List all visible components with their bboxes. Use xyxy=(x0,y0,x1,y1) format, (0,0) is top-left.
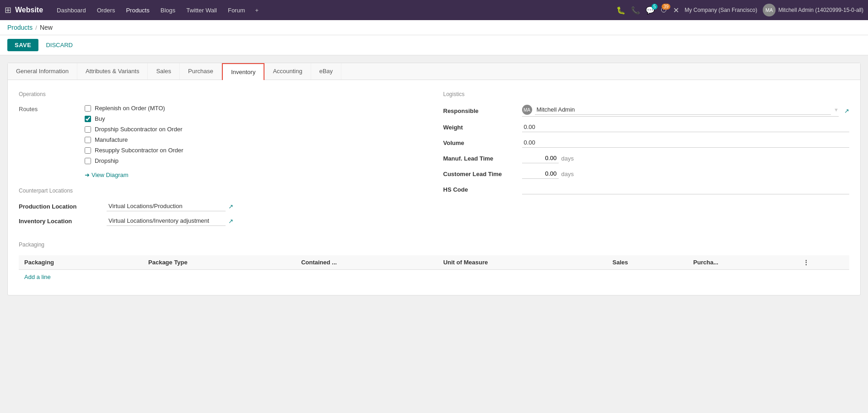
clock-badge: 39 xyxy=(662,4,670,10)
logistics-header: Logistics xyxy=(443,91,850,97)
route-dropship-sub-checkbox[interactable] xyxy=(85,126,91,133)
user-area[interactable]: MA Mitchell Admin (14020999-15-0-all) xyxy=(763,4,863,16)
routes-checks: Replenish on Order (MTO) Buy Dropship Su… xyxy=(85,105,183,178)
discard-button[interactable]: DISCARD xyxy=(42,39,76,51)
customer-lead-label: Customer Lead Time xyxy=(443,171,517,177)
inventory-location-wrap: Virtual Locations/Inventory adjustment ↗ xyxy=(107,216,425,226)
main-content: General Information Attributes & Variant… xyxy=(0,55,868,303)
customer-lead-unit: days xyxy=(561,171,574,177)
production-location-select[interactable]: Virtual Locations/Production xyxy=(107,201,226,211)
add-line-button[interactable]: Add a line xyxy=(19,270,56,284)
col-options[interactable]: ⋮ xyxy=(798,255,849,270)
inventory-location-label: Inventory Location xyxy=(19,218,101,225)
volume-input[interactable] xyxy=(522,138,850,148)
nav-twitter-wall[interactable]: Twitter Wall xyxy=(182,4,221,16)
nav-forum[interactable]: Forum xyxy=(223,4,250,16)
user-label: Mitchell Admin (14020999-15-0-all) xyxy=(778,7,863,13)
tab-ebay[interactable]: eBay xyxy=(311,63,342,80)
manuf-lead-row: Manuf. Lead Time days xyxy=(443,153,850,163)
inventory-external-link-icon[interactable]: ↗ xyxy=(228,218,233,225)
responsible-label: Responsible xyxy=(443,107,517,114)
packaging-section: Packaging Packaging Package Type Contain… xyxy=(19,241,849,284)
tab-variants[interactable]: Attributes & Variants xyxy=(77,63,148,80)
responsible-external-link-icon[interactable]: ↗ xyxy=(844,107,849,114)
tab-content-inventory: Operations Routes Replenish on Order (MT… xyxy=(8,80,860,295)
route-mto-label: Replenish on Order (MTO) xyxy=(95,105,165,112)
action-bar: SAVE DISCARD xyxy=(0,35,868,55)
nav-blogs[interactable]: Blogs xyxy=(156,4,180,16)
nav-products[interactable]: Products xyxy=(121,4,154,16)
inventory-location-row: Inventory Location Virtual Locations/Inv… xyxy=(19,216,425,226)
nav-orders[interactable]: Orders xyxy=(92,4,120,16)
breadcrumb-parent[interactable]: Products xyxy=(7,24,32,31)
weight-label: Weight xyxy=(443,124,517,131)
col-operations: Operations Routes Replenish on Order (MT… xyxy=(19,91,425,231)
nav-right: 🐛 📞 💬 5 ⏱ 39 ✕ My Company (San Francisco… xyxy=(616,4,863,16)
add-line-row: Add a line xyxy=(19,270,849,284)
manuf-lead-label: Manuf. Lead Time xyxy=(443,155,517,162)
responsible-select[interactable]: Mitchell Admin xyxy=(535,105,831,115)
breadcrumb-separator: / xyxy=(35,24,37,31)
manuf-lead-input[interactable] xyxy=(522,153,559,163)
hs-code-label: HS Code xyxy=(443,186,517,193)
route-manufacture-label: Manufacture xyxy=(95,136,128,143)
customer-lead-input[interactable] xyxy=(522,169,559,179)
hs-code-input[interactable] xyxy=(522,184,850,194)
chat-badge: 5 xyxy=(652,4,658,10)
nav-add[interactable]: + xyxy=(252,4,263,16)
clock-icon[interactable]: ⏱ 39 xyxy=(660,6,668,14)
production-external-link-icon[interactable]: ↗ xyxy=(228,203,233,210)
weight-row: Weight xyxy=(443,122,850,132)
route-resupply-label: Resupply Subcontractor on Order xyxy=(95,147,183,154)
volume-row: Volume xyxy=(443,138,850,148)
routes-label: Routes xyxy=(19,105,74,178)
breadcrumb: Products / New xyxy=(0,20,868,35)
col-package-type: Package Type xyxy=(143,255,296,270)
packaging-header: Packaging xyxy=(19,241,849,248)
col-sales: Sales xyxy=(607,255,688,270)
tab-general[interactable]: General Information xyxy=(8,63,77,80)
route-resupply-checkbox[interactable] xyxy=(85,147,91,154)
route-dropship-sub[interactable]: Dropship Subcontractor on Order xyxy=(85,126,183,133)
route-dropship[interactable]: Dropship xyxy=(85,157,183,164)
responsible-field: MA Mitchell Admin ▼ xyxy=(522,105,839,117)
volume-label: Volume xyxy=(443,139,517,146)
counterpart-header: Counterpart Locations xyxy=(19,188,425,194)
bug-icon[interactable]: 🐛 xyxy=(616,6,625,15)
route-mto-checkbox[interactable] xyxy=(85,105,91,112)
production-location-wrap: Virtual Locations/Production ↗ xyxy=(107,201,425,211)
grid-icon[interactable]: ⊞ xyxy=(5,5,11,15)
route-buy[interactable]: Buy xyxy=(85,115,183,122)
manuf-lead-unit: days xyxy=(561,155,574,162)
avatar: MA xyxy=(763,4,776,16)
product-card: General Information Attributes & Variant… xyxy=(7,63,861,295)
col-contained: Contained ... xyxy=(296,255,438,270)
route-buy-checkbox[interactable] xyxy=(85,116,91,122)
route-resupply[interactable]: Resupply Subcontractor on Order xyxy=(85,147,183,154)
col-unit-measure: Unit of Measure xyxy=(438,255,607,270)
tab-purchase[interactable]: Purchase xyxy=(180,63,222,80)
weight-input[interactable] xyxy=(522,122,850,132)
tab-sales[interactable]: Sales xyxy=(148,63,180,80)
route-dropship-label: Dropship xyxy=(95,157,119,164)
responsible-avatar: MA xyxy=(522,105,532,115)
route-manufacture[interactable]: Manufacture xyxy=(85,136,183,143)
nav-dashboard[interactable]: Dashboard xyxy=(52,4,91,16)
tab-inventory[interactable]: Inventory xyxy=(222,63,264,80)
route-mto[interactable]: Replenish on Order (MTO) xyxy=(85,105,183,112)
route-manufacture-checkbox[interactable] xyxy=(85,137,91,143)
responsible-row: Responsible MA Mitchell Admin ▼ ↗ xyxy=(443,105,850,117)
phone-icon[interactable]: 📞 xyxy=(631,6,640,15)
chat-icon[interactable]: 💬 5 xyxy=(646,6,655,15)
col-logistics: Logistics Responsible MA Mitchell Admin … xyxy=(443,91,850,231)
route-dropship-checkbox[interactable] xyxy=(85,158,91,164)
settings-icon[interactable]: ✕ xyxy=(673,6,679,15)
inventory-location-select[interactable]: Virtual Locations/Inventory adjustment xyxy=(107,216,226,226)
routes-row: Routes Replenish on Order (MTO) Buy xyxy=(19,105,425,178)
brand-label[interactable]: Website xyxy=(15,6,43,14)
customer-lead-row: Customer Lead Time days xyxy=(443,169,850,179)
save-button[interactable]: SAVE xyxy=(7,39,38,51)
view-diagram-link[interactable]: ➜ View Diagram xyxy=(85,172,183,178)
col-purcha: Purcha... xyxy=(688,255,798,270)
tab-accounting[interactable]: Accounting xyxy=(264,63,311,80)
